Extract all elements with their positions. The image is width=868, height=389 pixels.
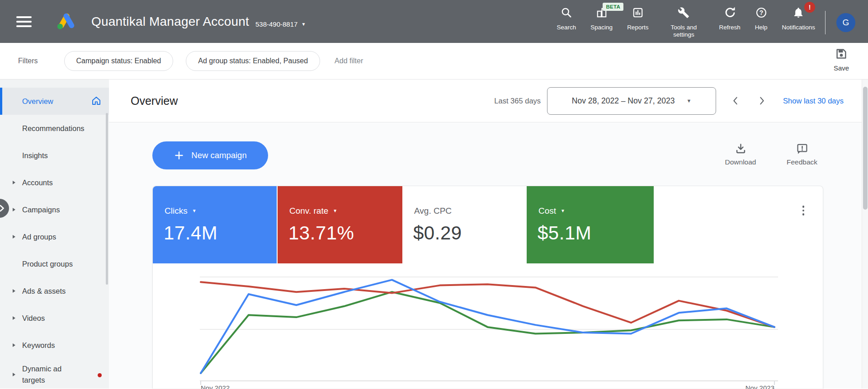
metric-value: $5.1M [538,222,591,244]
new-campaign-button[interactable]: New campaign [152,141,268,169]
svg-text:Nov 2023: Nov 2023 [745,384,774,389]
feedback-label: Feedback [787,158,817,166]
plus-icon [174,150,184,161]
chevron-left-icon [731,96,741,106]
expand-triangle-icon [13,289,15,293]
sidebar: Overview Recommendations Insights Accoun… [0,80,109,389]
sidebar-item-insights[interactable]: Insights [0,142,109,169]
overview-content: New campaign Download Feedback Clicks▼ 1… [109,123,868,389]
sidebar-scrollbar[interactable] [106,113,108,285]
sidebar-item-campaigns[interactable]: Campaigns [0,196,109,223]
topbar-divider [825,11,826,34]
top-nav: Search BETA Spacing Reports Tools and se… [550,0,822,43]
nav-item-reports[interactable]: Reports [620,6,656,31]
sidebar-item-keywords[interactable]: Keywords [0,332,109,359]
filters-label: Filters [18,57,38,65]
save-label: Save [834,64,849,72]
overview-chart-area: Nov 2022Nov 2023 [153,272,824,389]
download-icon [735,143,747,155]
metrics-card: Clicks▼ 17.4M Conv. rate▼ 13.71% Avg. CP… [152,186,823,389]
save-icon [835,47,848,62]
sidebar-item-dynamic-ad-targets[interactable]: Dynamic ad targets [0,359,109,389]
chevron-right-icon [757,96,767,106]
sidebar-item-ads-assets[interactable]: Ads & assets [0,277,109,305]
metric-tile-avg-cpc[interactable]: Avg. CPC $0.29 [402,186,526,263]
nav-item-tools-and-settings[interactable]: Tools and settings [656,6,712,38]
download-label: Download [725,158,756,166]
svg-text:?: ? [759,9,763,16]
top-app-bar: Quantikal Manager Account 538-490-8817 ▼… [0,0,868,43]
chevron-down-icon: ▼ [192,209,197,213]
previous-period-button[interactable] [728,93,743,108]
scrollbar-thumb[interactable] [863,87,868,210]
filter-bar: Filters Campaign status: Enabled Ad grou… [0,43,868,80]
sidebar-item-recommendations[interactable]: Recommendations [0,115,109,142]
chevron-down-icon: ▼ [561,209,565,213]
hamburger-menu-button[interactable] [16,16,32,27]
chevron-down-icon: ▼ [686,98,691,103]
expand-triangle-icon [13,373,15,376]
nav-item-refresh[interactable]: Refresh [712,6,747,31]
new-campaign-label: New campaign [191,150,246,160]
feedback-button[interactable]: Feedback [783,143,821,166]
notifications-icon [793,6,804,19]
help-icon: ? [755,6,767,19]
reports-icon [632,6,644,19]
feedback-icon [796,143,808,155]
nav-item-help[interactable]: ? Help [748,6,775,31]
metric-tile-cost[interactable]: Cost▼ $5.1M [527,186,654,263]
expand-triangle-icon [13,235,15,239]
metric-tile-conv-rate[interactable]: Conv. rate▼ 13.71% [278,186,402,263]
search-icon [561,6,572,19]
expand-triangle-icon [13,208,15,211]
google-ads-logo-icon [55,12,76,32]
kebab-menu-button[interactable] [795,202,811,219]
sidebar-item-accounts[interactable]: Accounts [0,169,109,196]
sidebar-item-videos[interactable]: Videos [0,305,109,332]
save-button[interactable]: Save [826,47,856,72]
main-content: Overview Last 365 days Nov 28, 2022 – No… [109,80,868,389]
tools-icon [678,6,689,19]
refresh-icon [724,6,736,19]
notification-dot [98,373,102,377]
account-id-selector[interactable]: 538-490-8817 ▼ [255,20,306,28]
date-range-label: Last 365 days [494,97,541,105]
account-title: Quantikal Manager Account [91,14,249,29]
chevron-down-icon: ▼ [333,209,337,213]
download-button[interactable]: Download [722,143,760,166]
metric-value: 17.4M [164,222,217,244]
notifications-alert-badge: ! [804,2,815,13]
page-title: Overview [131,94,178,108]
show-last-30-days-link[interactable]: Show last 30 days [783,97,844,105]
next-period-button[interactable] [754,93,769,108]
expand-triangle-icon [13,181,15,184]
metric-tile-clicks[interactable]: Clicks▼ 17.4M [153,186,277,263]
overview-chart: Nov 2022Nov 2023 [153,272,824,389]
sidebar-item-ad-groups[interactable]: Ad groups [0,223,109,250]
filter-chip-ad-group-status[interactable]: Ad group status: Enabled, Paused [186,51,320,71]
metric-value: $0.29 [413,222,462,244]
date-range-value: Nov 28, 2022 – Nov 27, 2023 [572,96,675,106]
filter-chip-campaign-status[interactable]: Campaign status: Enabled [64,51,174,71]
nav-item-search[interactable]: Search [550,6,584,31]
add-filter-button[interactable]: Add filter [335,57,363,65]
nav-item-spacing[interactable]: BETA Spacing [583,6,620,31]
home-icon [91,95,102,108]
chevron-right-icon [0,203,7,214]
page-scrollbar[interactable] [862,80,868,389]
nav-item-notifications[interactable]: ! Notifications [774,6,822,31]
account-id: 538-490-8817 [255,20,297,28]
avatar[interactable]: G [836,13,855,32]
metric-value: 13.71% [288,222,354,244]
expand-triangle-icon [13,316,15,320]
expand-triangle-icon [13,343,15,347]
sidebar-item-product-groups[interactable]: Product groups [0,250,109,277]
main-header: Overview Last 365 days Nov 28, 2022 – No… [109,80,868,122]
svg-text:Nov 2022: Nov 2022 [201,384,230,389]
date-range-select[interactable]: Nov 28, 2022 – Nov 27, 2023 ▼ [547,87,716,115]
chevron-down-icon: ▼ [301,22,306,27]
sidebar-item-overview[interactable]: Overview [0,88,109,115]
